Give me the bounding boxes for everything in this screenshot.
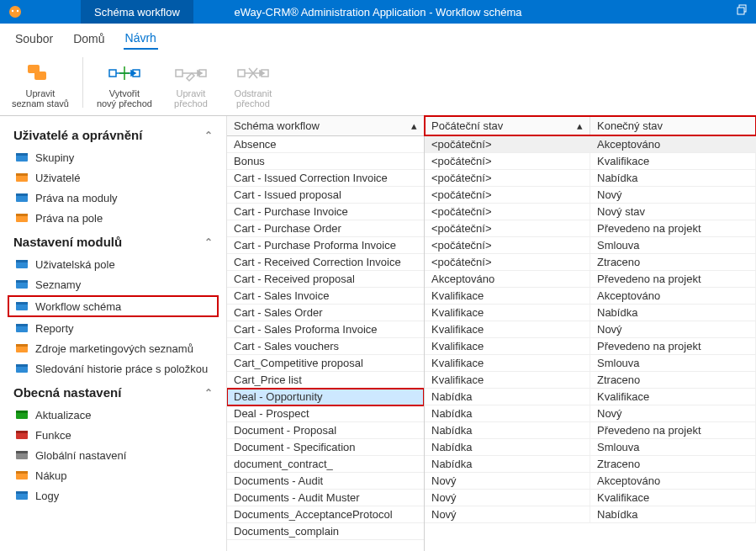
transition-row[interactable]: <počáteční>Nový (425, 187, 756, 204)
new-transition-button[interactable]: Vytvořit nový přechod (95, 54, 154, 110)
schema-row[interactable]: Cart_Competitive proposal (227, 355, 424, 372)
item-label: Zdroje marketingových seznamů (35, 342, 193, 355)
column-label: Schéma workflow (234, 119, 320, 132)
transition-row[interactable]: KvalifikaceAkceptováno (425, 288, 756, 305)
schema-row[interactable]: Absence (227, 136, 424, 153)
window-title: eWay-CRM® Administration Application - W… (235, 6, 522, 19)
transition-row[interactable]: NabídkaNový (425, 405, 756, 422)
cell-end-state: Nabídka (590, 305, 756, 321)
schema-row[interactable]: Documents - Audit Muster (227, 490, 424, 506)
transition-row[interactable]: NabídkaSmlouva (425, 439, 756, 456)
cell-start-state: <počáteční> (425, 220, 590, 236)
sidebar-item-aktualizace[interactable]: Aktualizace (0, 405, 226, 425)
sidebar-item-seznamy[interactable]: Seznamy (0, 274, 226, 294)
transition-row[interactable]: NabídkaKvalifikace (425, 389, 756, 405)
sidebar-item-glob-ln-nastaven-[interactable]: Globální nastavení (0, 445, 226, 465)
column-header-schema[interactable]: Schéma workflow ▴ (227, 116, 424, 136)
schema-row[interactable]: Cart - Issued proposal (227, 187, 424, 204)
sidebar-item-sledov-n-historie-pr-ce-s-polo-kou[interactable]: Sledování historie práce s položkou (0, 358, 226, 379)
schema-row[interactable]: Cart - Sales Invoice (227, 288, 424, 305)
item-label: Uživatelská pole (35, 258, 115, 271)
schema-row[interactable]: Cart - Sales vouchers (227, 338, 424, 355)
schema-row[interactable]: Cart - Received Correction Invoice (227, 254, 424, 271)
label: Odstranit (235, 88, 272, 98)
item-label: Logy (35, 490, 59, 502)
schema-row[interactable]: Cart - Sales Proforma Invoice (227, 321, 424, 338)
transition-row[interactable]: <počáteční>Nový stav (425, 204, 756, 220)
cell-end-state: Smlouva (590, 355, 756, 371)
cell-start-state: Nabídka (425, 405, 590, 421)
schema-list-body[interactable]: AbsenceBonusCart - Issued Correction Inv… (227, 136, 424, 551)
transition-row[interactable]: <počáteční>Převedeno na projekt (425, 220, 756, 237)
transition-row[interactable]: <počáteční>Smlouva (425, 237, 756, 254)
transition-row[interactable]: AkceptovánoPřevedeno na projekt (425, 271, 756, 288)
schema-row[interactable]: Cart - Received proposal (227, 271, 424, 288)
schema-row[interactable]: Document - Specification (227, 439, 424, 456)
section-general-settings[interactable]: Obecná nastavení ⌃ (0, 379, 226, 405)
cell-end-state: Ztraceno (590, 254, 756, 270)
transition-row[interactable]: NovýKvalifikace (425, 490, 756, 506)
sidebar-item-funkce[interactable]: Funkce (0, 425, 226, 445)
sidebar-item-pr-va-na-moduly[interactable]: Práva na moduly (0, 188, 226, 208)
schema-row[interactable]: Bonus (227, 153, 424, 170)
transition-row[interactable]: <počáteční>Ztraceno (425, 254, 756, 271)
section-users-permissions[interactable]: Uživatelé a oprávnění ⌃ (0, 121, 226, 147)
column-header-end-state[interactable]: Konečný stav (590, 116, 756, 135)
tab-design[interactable]: Návrh (124, 28, 158, 50)
transition-row[interactable]: NovýNabídka (425, 506, 756, 523)
schema-row[interactable]: Deal - Prospect (227, 405, 424, 422)
transition-row[interactable]: <počáteční>Nabídka (425, 170, 756, 187)
schema-row[interactable]: Document - Proposal (227, 422, 424, 439)
schema-row[interactable]: Cart - Purchase Order (227, 220, 424, 237)
sidebar-item-skupiny[interactable]: Skupiny (0, 147, 226, 167)
sidebar-item-pr-va-na-pole[interactable]: Práva na pole (0, 208, 226, 228)
sidebar-item-zdroje-marketingov-ch-seznam-[interactable]: Zdroje marketingových seznamů (0, 338, 226, 358)
schema-row[interactable]: Deal - Opportunity (227, 389, 424, 405)
item-label: Reporty (35, 322, 74, 335)
item-icon (15, 191, 29, 204)
edit-transition-icon (174, 60, 208, 87)
column-header-start-state[interactable]: Počáteční stav ▴ (425, 116, 590, 135)
schema-row[interactable]: document_contract_ (227, 456, 424, 473)
transition-row[interactable]: KvalifikaceSmlouva (425, 355, 756, 372)
sidebar-item-reporty[interactable]: Reporty (0, 318, 226, 338)
svg-rect-30 (16, 214, 28, 216)
schema-row[interactable]: Cart - Sales Order (227, 305, 424, 321)
cell-end-state: Převedeno na projekt (590, 271, 756, 287)
transition-row[interactable]: NabídkaPřevedeno na projekt (425, 422, 756, 439)
sidebar-item-workflow-sch-ma[interactable]: Workflow schéma (8, 296, 218, 316)
sidebar-item-u-ivatel-[interactable]: Uživatelé (0, 167, 226, 188)
transition-row[interactable]: <počáteční>Kvalifikace (425, 153, 756, 170)
schema-row[interactable]: Documents_AcceptanceProtocol (227, 506, 424, 523)
item-icon (15, 448, 29, 462)
edit-state-list-button[interactable]: Upravit seznam stavů (10, 54, 71, 110)
sidebar-item-u-ivatelsk-pole[interactable]: Uživatelská pole (0, 254, 226, 274)
schema-row[interactable]: Documents_complain (227, 523, 424, 540)
tab-file[interactable]: Soubor (13, 29, 55, 49)
transition-row[interactable]: KvalifikacePřevedeno na projekt (425, 338, 756, 355)
transition-row[interactable]: <počáteční>Akceptováno (425, 136, 756, 153)
transition-row[interactable]: NovýAkceptováno (425, 473, 756, 490)
item-icon (15, 171, 29, 184)
schema-row[interactable]: Documents - Audit (227, 473, 424, 490)
sidebar-item-n-kup[interactable]: Nákup (0, 465, 226, 485)
schema-row[interactable]: Cart - Purchase Invoice (227, 204, 424, 220)
cell-end-state: Kvalifikace (590, 389, 756, 405)
transition-row[interactable]: KvalifikaceZtraceno (425, 372, 756, 389)
schema-row[interactable]: Cart - Purchase Proforma Invoice (227, 237, 424, 254)
section-module-settings[interactable]: Nastavení modulů ⌃ (0, 228, 226, 254)
transition-row[interactable]: KvalifikaceNový (425, 321, 756, 338)
tab-home[interactable]: Domů (71, 29, 106, 49)
grid-body[interactable]: <počáteční>Akceptováno<počáteční>Kvalifi… (425, 136, 756, 551)
context-tab-workflow[interactable]: Schéma workflow (81, 0, 193, 24)
restore-window-icon[interactable] (736, 3, 749, 17)
cell-start-state: <počáteční> (425, 170, 590, 186)
schema-row[interactable]: Cart_Price list (227, 372, 424, 389)
item-icon (15, 299, 29, 313)
transition-row[interactable]: KvalifikaceNabídka (425, 305, 756, 321)
schema-row[interactable]: Cart - Issued Correction Invoice (227, 170, 424, 187)
sidebar-item-logy[interactable]: Logy (0, 485, 226, 506)
item-label: Práva na pole (35, 212, 103, 225)
title-bar: Schéma workflow eWay-CRM® Administration… (0, 0, 756, 24)
transition-row[interactable]: NabídkaZtraceno (425, 456, 756, 473)
